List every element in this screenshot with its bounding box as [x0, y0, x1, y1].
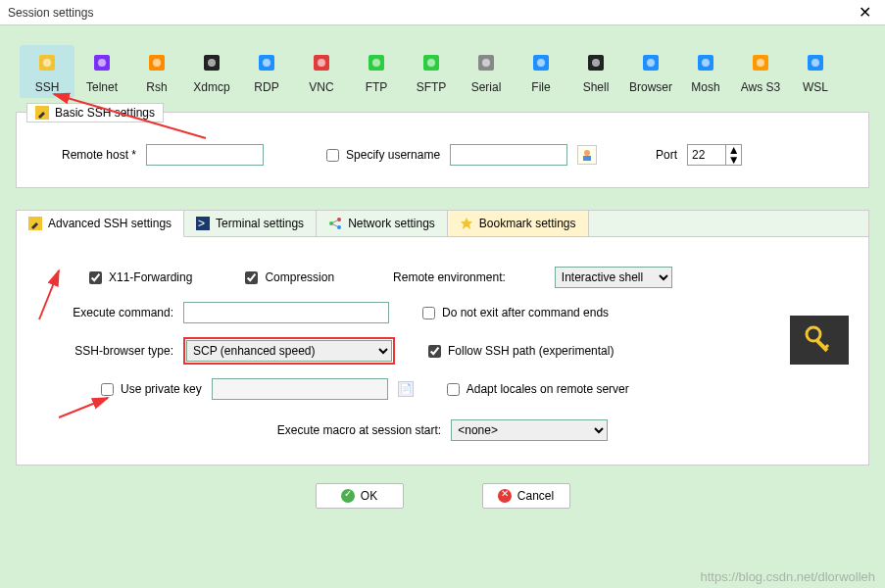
ok-icon	[341, 489, 355, 503]
remote-host-input[interactable]	[146, 144, 264, 166]
session-type-label: Shell	[568, 80, 623, 94]
key-icon	[802, 322, 837, 358]
execute-command-input[interactable]	[183, 302, 389, 323]
follow-ssh-path-checkbox[interactable]: Follow SSH path (experimental)	[424, 342, 614, 361]
session-type-ftp[interactable]: FTP	[349, 45, 404, 98]
svg-point-15	[427, 59, 435, 67]
cancel-button[interactable]: Cancel	[482, 483, 570, 509]
session-type-row: SSHTelnetRshXdmcpRDPVNCFTPSFTPSerialFile…	[16, 39, 869, 108]
wrench-icon	[35, 106, 49, 120]
user-picker-icon[interactable]	[577, 145, 597, 165]
session-type-file[interactable]: File	[514, 45, 568, 98]
session-type-label: Rsh	[129, 80, 184, 94]
private-key-input	[212, 378, 388, 400]
specify-username-box[interactable]	[326, 149, 339, 162]
svg-point-23	[647, 59, 655, 67]
session-type-label: FTP	[349, 80, 404, 94]
execute-macro-select[interactable]: <none>	[451, 419, 608, 441]
session-type-awss3[interactable]: Aws S3	[733, 45, 788, 98]
tabs-header: Advanced SSH settings > Terminal setting…	[17, 211, 868, 237]
titlebar: Session settings ✕	[0, 0, 885, 25]
port-spinner[interactable]: ▲▼	[726, 144, 742, 166]
awss3-icon	[733, 49, 788, 76]
svg-point-11	[318, 59, 325, 67]
session-type-label: Telnet	[74, 80, 129, 94]
username-input[interactable]	[450, 144, 567, 166]
adapt-locales-checkbox[interactable]: Adapt locales on remote server	[443, 380, 629, 399]
settings-tabs: Advanced SSH settings > Terminal setting…	[16, 210, 869, 466]
star-icon	[460, 217, 473, 230]
tab-terminal[interactable]: > Terminal settings	[184, 211, 317, 236]
watermark: https://blog.csdn.net/dlorwolleh	[701, 569, 876, 584]
shell-icon	[568, 49, 623, 76]
session-type-telnet[interactable]: Telnet	[74, 45, 129, 98]
svg-point-19	[537, 59, 545, 67]
svg-text:>: >	[198, 217, 205, 230]
basic-ssh-legend: Basic SSH settings	[26, 103, 164, 122]
ssh-icon	[20, 49, 74, 76]
svg-point-9	[263, 59, 270, 67]
session-type-sftp[interactable]: SFTP	[404, 45, 459, 98]
ssh-browser-type-label: SSH-browser type:	[46, 344, 173, 358]
tab-advanced-ssh[interactable]: Advanced SSH settings	[17, 211, 184, 237]
basic-ssh-legend-text: Basic SSH settings	[55, 106, 155, 120]
session-type-ssh[interactable]: SSH	[20, 45, 74, 98]
svg-point-25	[702, 59, 710, 67]
mosh-icon	[678, 49, 733, 76]
svg-point-3	[98, 59, 106, 67]
session-type-label: Xdmcp	[184, 80, 239, 94]
execute-command-label: Execute command:	[46, 306, 173, 319]
session-type-rdp[interactable]: RDP	[239, 45, 294, 98]
compression-checkbox[interactable]: Compression	[241, 269, 334, 287]
tab-bookmark[interactable]: Bookmark settings	[448, 211, 589, 236]
specify-username-checkbox[interactable]: Specify username	[322, 146, 440, 165]
session-type-mosh[interactable]: Mosh	[678, 45, 733, 98]
browser-icon	[623, 49, 678, 76]
session-type-serial[interactable]: Serial	[459, 45, 514, 98]
wsl-icon	[788, 49, 843, 76]
remote-env-select[interactable]: Interactive shell	[555, 267, 672, 288]
x11-forwarding-checkbox[interactable]: X11-Forwarding	[85, 269, 192, 287]
session-type-label: RDP	[239, 80, 294, 94]
session-type-rsh[interactable]: Rsh	[129, 45, 184, 98]
session-type-xdmcp[interactable]: Xdmcp	[184, 45, 239, 98]
svg-point-27	[757, 59, 764, 67]
xdmcp-icon	[184, 49, 239, 76]
session-type-label: SSH	[20, 80, 74, 94]
ssh-key-tile[interactable]	[790, 316, 849, 365]
tab-network[interactable]: Network settings	[317, 211, 448, 236]
svg-point-13	[372, 59, 380, 67]
session-type-shell[interactable]: Shell	[568, 45, 623, 98]
terminal-icon: >	[196, 217, 210, 230]
serial-icon	[459, 49, 514, 76]
basic-ssh-group: Basic SSH settings Remote host * Specify…	[16, 112, 869, 188]
svg-point-40	[807, 327, 820, 341]
session-type-label: Mosh	[678, 80, 733, 94]
port-label: Port	[656, 148, 677, 162]
rsh-icon	[129, 49, 184, 76]
telnet-icon	[74, 49, 129, 76]
highlight-box: SCP (enhanced speed)	[183, 337, 395, 365]
svg-point-1	[43, 59, 51, 67]
session-type-label: File	[514, 80, 568, 94]
port-input-wrap: ▲▼	[687, 144, 742, 166]
ssh-browser-type-select[interactable]: SCP (enhanced speed)	[186, 340, 392, 362]
svg-marker-39	[461, 218, 472, 229]
rdp-icon	[239, 49, 294, 76]
dialog-body: SSHTelnetRshXdmcpRDPVNCFTPSFTPSerialFile…	[0, 25, 885, 588]
session-type-browser[interactable]: Browser	[623, 45, 678, 98]
no-exit-checkbox[interactable]: Do not exit after command ends	[418, 304, 609, 322]
ok-button[interactable]: OK	[316, 483, 404, 509]
port-input[interactable]	[687, 144, 726, 166]
session-type-vnc[interactable]: VNC	[294, 45, 349, 98]
session-type-label: Browser	[623, 80, 678, 94]
session-type-label: SFTP	[404, 80, 459, 94]
close-button[interactable]: ✕	[853, 3, 877, 22]
session-type-wsl[interactable]: WSL	[788, 45, 843, 98]
file-browse-icon[interactable]: 📄	[398, 381, 414, 397]
session-type-label: WSL	[788, 80, 843, 94]
use-private-key-checkbox[interactable]: Use private key	[97, 380, 202, 399]
sftp-icon	[404, 49, 459, 76]
svg-rect-32	[583, 156, 591, 161]
network-icon	[328, 217, 342, 230]
